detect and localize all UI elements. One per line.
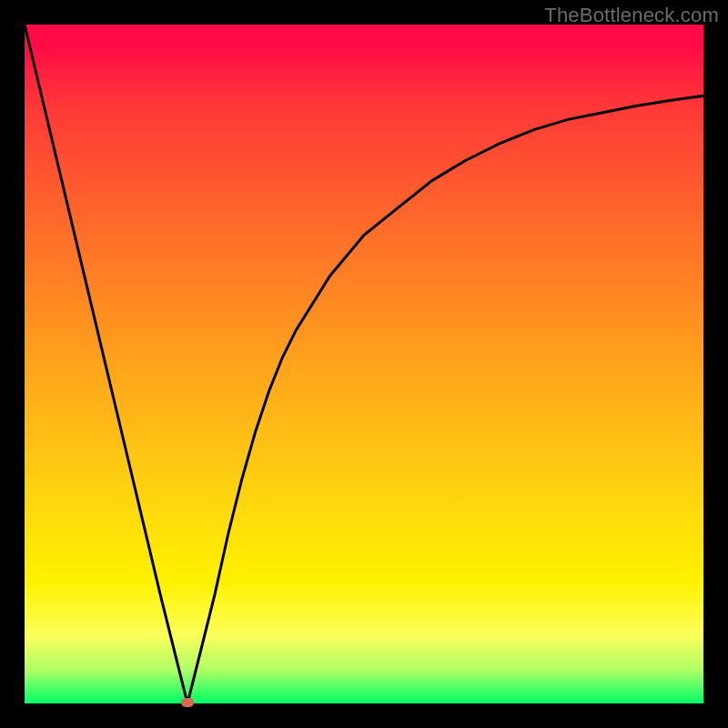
watermark-text: TheBottleneck.com [544, 4, 719, 27]
curve-path [25, 25, 703, 703]
bottleneck-curve [25, 25, 703, 703]
minimum-marker [181, 698, 194, 707]
